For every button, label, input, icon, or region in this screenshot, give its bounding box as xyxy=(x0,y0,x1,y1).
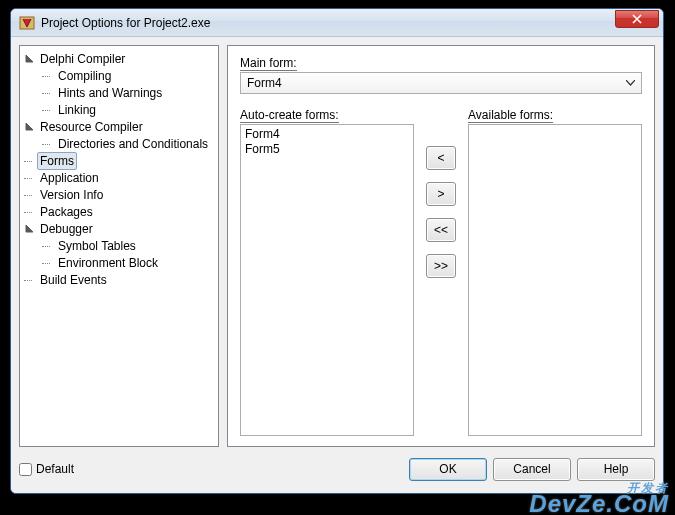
tree-item-label: Application xyxy=(37,170,102,186)
available-column: Available forms: xyxy=(468,108,642,436)
close-button[interactable] xyxy=(615,10,659,28)
tree-item[interactable]: Compiling xyxy=(22,67,216,84)
autocreate-listbox[interactable]: Form4Form5 xyxy=(240,124,414,436)
client-area: Delphi CompilerCompilingHints and Warnin… xyxy=(11,37,663,493)
main-form-label: Main form: xyxy=(240,56,642,70)
default-label: Default xyxy=(36,462,74,476)
tree-item-label: Delphi Compiler xyxy=(37,51,128,67)
tree-item[interactable]: Hints and Warnings xyxy=(22,84,216,101)
chevron-down-icon xyxy=(626,80,635,86)
tree-item-label: Debugger xyxy=(37,221,96,237)
dialog-buttons: Default OK Cancel Help xyxy=(19,453,655,485)
tree-item[interactable]: Debugger xyxy=(22,220,216,237)
main-form-combo[interactable]: Form4 xyxy=(240,72,642,94)
tree-item[interactable]: Directories and Conditionals xyxy=(22,135,216,152)
tree-item-label: Compiling xyxy=(55,68,114,84)
tree-item[interactable]: Delphi Compiler xyxy=(22,50,216,67)
tree-item-label: Environment Block xyxy=(55,255,161,271)
tree-item[interactable]: Packages xyxy=(22,203,216,220)
window-title: Project Options for Project2.exe xyxy=(41,16,615,30)
default-checkbox[interactable]: Default xyxy=(19,462,74,476)
tree-item-label: Directories and Conditionals xyxy=(55,136,211,152)
tree-item[interactable]: Resource Compiler xyxy=(22,118,216,135)
main-form-value: Form4 xyxy=(247,76,282,90)
move-right-button[interactable]: > xyxy=(426,182,456,206)
tree-toggle-icon[interactable] xyxy=(24,223,35,234)
move-buttons: < > << >> xyxy=(422,108,460,436)
cancel-button[interactable]: Cancel xyxy=(493,458,571,481)
default-checkbox-input[interactable] xyxy=(19,463,32,476)
app-icon xyxy=(19,15,35,31)
forms-lists: Auto-create forms: Form4Form5 < > << >> … xyxy=(240,108,642,436)
tree-item-label: Forms xyxy=(37,152,77,170)
tree-item[interactable]: Symbol Tables xyxy=(22,237,216,254)
tree-item-label: Linking xyxy=(55,102,99,118)
project-options-dialog: Project Options for Project2.exe Delphi … xyxy=(10,8,664,494)
main-row: Delphi CompilerCompilingHints and Warnin… xyxy=(19,45,655,447)
titlebar[interactable]: Project Options for Project2.exe xyxy=(11,9,663,37)
help-button[interactable]: Help xyxy=(577,458,655,481)
tree-item[interactable]: Version Info xyxy=(22,186,216,203)
ok-button[interactable]: OK xyxy=(409,458,487,481)
tree-item-label: Version Info xyxy=(37,187,106,203)
move-left-button[interactable]: < xyxy=(426,146,456,170)
tree-item-label: Resource Compiler xyxy=(37,119,146,135)
tree-toggle-icon[interactable] xyxy=(24,53,35,64)
tree-item-label: Hints and Warnings xyxy=(55,85,165,101)
available-label: Available forms: xyxy=(468,108,642,122)
tree-item[interactable]: Linking xyxy=(22,101,216,118)
tree-item[interactable]: Forms xyxy=(22,152,216,169)
tree-toggle-icon[interactable] xyxy=(24,121,35,132)
list-item[interactable]: Form4 xyxy=(245,127,409,142)
available-listbox[interactable] xyxy=(468,124,642,436)
tree-item[interactable]: Environment Block xyxy=(22,254,216,271)
move-all-left-button[interactable]: << xyxy=(426,218,456,242)
tree-item-label: Packages xyxy=(37,204,96,220)
autocreate-label: Auto-create forms: xyxy=(240,108,414,122)
tree-item-label: Symbol Tables xyxy=(55,238,139,254)
autocreate-column: Auto-create forms: Form4Form5 xyxy=(240,108,414,436)
forms-page: Main form: Form4 Auto-create forms: Form… xyxy=(227,45,655,447)
tree-item[interactable]: Application xyxy=(22,169,216,186)
close-icon xyxy=(632,14,642,24)
tree-item[interactable]: Build Events xyxy=(22,271,216,288)
move-all-right-button[interactable]: >> xyxy=(426,254,456,278)
category-tree[interactable]: Delphi CompilerCompilingHints and Warnin… xyxy=(19,45,219,447)
list-item[interactable]: Form5 xyxy=(245,142,409,157)
tree-item-label: Build Events xyxy=(37,272,110,288)
